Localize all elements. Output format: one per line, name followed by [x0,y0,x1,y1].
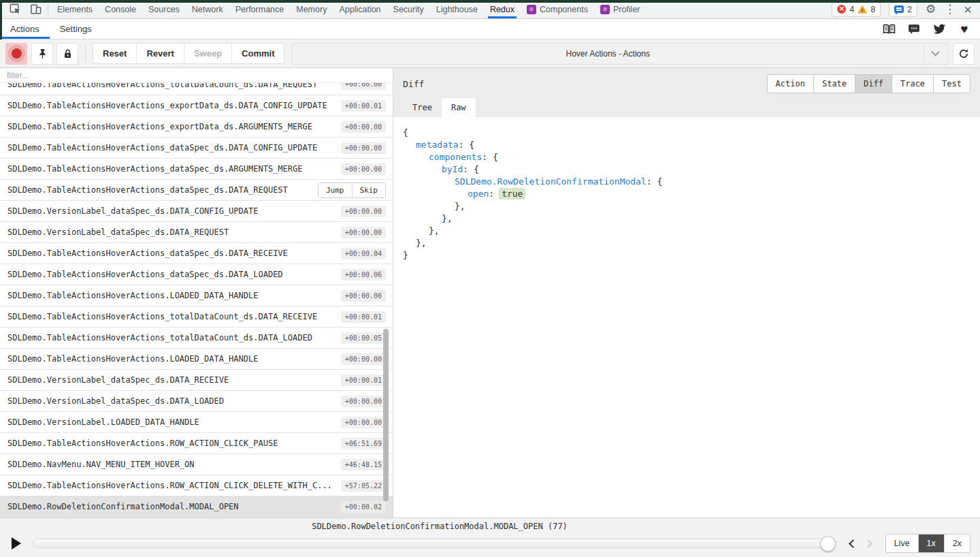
action-elapsed-time: +00:00.01 [341,375,386,386]
timeline-slider-thumb[interactable] [820,536,836,552]
devtools-tab[interactable]: Performance [229,0,291,18]
action-name: SDLDemo.VersionLabel.LOADED_DATA_HANDLE [7,417,199,427]
devtools-tab-label: Security [393,5,424,14]
action-list-item[interactable]: SDLDemo.TableActionsHoverActions_dataSpe… [0,264,393,285]
json-line: open:true [403,188,970,200]
divider [924,44,924,64]
pin-icon [37,48,48,59]
action-name: SDLDemo.TableActionsHoverActions_exportD… [7,101,327,110]
inspector-mode-button[interactable]: State [814,75,855,93]
action-list-item[interactable]: SDLDemo.TableActionsHoverActions.LOADED_… [0,285,393,306]
diff-view-tab[interactable]: Tree [403,98,442,117]
redux-subtab[interactable]: Actions [0,19,50,39]
actions-list-scrollbar[interactable] [383,329,389,501]
inspector-mode-button[interactable]: Test [934,75,970,93]
action-list-item[interactable]: SDLDemo.TableActionsHoverActions.ROW_ACT… [0,433,393,454]
playback-speed-button[interactable]: 2x [945,535,970,552]
devtools-tab[interactable]: Network [186,0,229,18]
timeline-slider[interactable] [33,539,835,548]
redux-subtab[interactable]: Settings [50,19,102,39]
action-list-item[interactable]: SDLDemo.VersionLabel_dataSpec_ds.DATA_RE… [0,370,393,391]
playback-speed-button[interactable]: 1x [919,535,945,552]
devtools-tab-label: Components [540,5,588,14]
devtools-tab[interactable]: ⚛ Components [521,0,594,18]
action-list-item[interactable]: SDLDemo.TableActionsHoverActions_exportD… [0,116,393,138]
action-list-item[interactable]: SDLDemo.TableActionsHoverActions.ROW_ACT… [0,475,393,496]
devtools-tab[interactable]: Redux [484,0,521,18]
action-elapsed-time: +00:00.00 [341,227,386,238]
action-list-item[interactable]: SDLDemo.VersionLabel_dataSpec_ds.DATA_CO… [0,201,393,222]
json-key: SDLDemo.RowDeletionConfirmationModal [455,176,647,187]
action-elapsed-time: +00:00.02 [341,501,386,513]
action-name: SDLDemo.TableActionsHoverActions_totalDa… [7,83,317,89]
record-toggle-button[interactable] [5,43,27,65]
filter-input[interactable] [0,68,393,82]
feedback-chat-icon[interactable] [907,22,921,36]
skip-button[interactable]: Skip [353,183,386,197]
devtools-tab[interactable]: Application [333,0,387,18]
play-button[interactable] [8,535,24,552]
devtools-tab[interactable]: Lighthouse [430,0,484,18]
action-list-item[interactable]: SDLDemo.VersionLabel_dataSpec_ds.DATA_RE… [0,222,393,243]
action-list-item[interactable]: SDLDemo.NavMenu.NAV_MENU_ITEM_HOVER_ON +… [0,454,393,475]
action-list-item[interactable]: SDLDemo.TableActionsHoverActions_dataSpe… [0,243,393,264]
action-list-item[interactable]: SDLDemo.TableActionsHoverActions_totalDa… [0,306,393,328]
json-line: metadata: { [403,139,970,151]
record-icon [12,48,22,59]
action-list-item[interactable]: SDLDemo.TableActionsHoverActions_totalDa… [0,83,393,95]
heart-icon[interactable]: ♥ [958,22,971,36]
action-list-item[interactable]: SDLDemo.TableActionsHoverActions_dataSpe… [0,180,393,201]
inspect-element-icon[interactable] [8,3,22,16]
twitter-icon[interactable] [932,22,946,36]
reload-instances-button[interactable] [953,43,975,65]
devtools-tab[interactable]: Console [99,0,142,18]
pin-button[interactable] [31,43,53,65]
sweep-button: Sweep [184,44,232,63]
close-icon[interactable]: × [964,3,972,16]
divider [85,45,86,63]
current-action-label: SDLDemo.RowDeletionConfirmationModal.MOD… [27,522,852,531]
kebab-menu-icon[interactable]: ⋮ [944,3,956,15]
playback-speed-buttons: Live1x2x [885,534,970,553]
action-list-item[interactable]: SDLDemo.TableActionsHoverActions_dataSpe… [0,138,393,159]
devtools-tab[interactable]: Elements [51,0,99,18]
devtools-tab[interactable]: Security [387,0,430,18]
action-list-item[interactable]: SDLDemo.VersionLabel_dataSpec_ds.DATA_LO… [0,391,393,412]
console-errors-warnings-badge[interactable]: ✕ 4 ! 8 [832,2,881,17]
action-elapsed-time: +00:00.06 [341,269,386,281]
json-line: }, [403,212,970,225]
action-name: SDLDemo.TableActionsHoverActions_dataSpe… [7,270,283,279]
action-list-item[interactable]: SDLDemo.VersionLabel.LOADED_DATA_HANDLE … [0,412,393,433]
instance-selector[interactable]: Hover Actions - Actions [291,43,949,65]
issues-badge[interactable]: 2 [889,2,917,17]
jump-button[interactable]: Jump [318,183,353,197]
page-top-edge [0,0,980,3]
device-toolbar-icon[interactable] [29,3,42,16]
devtools-tab[interactable]: Sources [142,0,186,18]
action-elapsed-time: +06:51.69 [341,438,386,449]
action-name: SDLDemo.RowDeletionConfirmationModal.MOD… [7,502,239,511]
step-back-button[interactable] [846,536,861,551]
action-list-item[interactable]: SDLDemo.TableActionsHoverActions_totalDa… [0,328,393,349]
action-list-item[interactable]: SDLDemo.TableActionsHoverActions_dataSpe… [0,159,393,180]
inspector-mode-button[interactable]: Trace [892,75,934,93]
commit-button[interactable]: Commit [232,44,284,63]
devtools-tab[interactable]: ⚛ Profiler [594,0,647,18]
devtools-tab[interactable]: Memory [290,0,333,18]
revert-button[interactable]: Revert [137,44,184,63]
step-forward-button[interactable] [861,536,876,551]
action-list-item[interactable]: SDLDemo.TableActionsHoverActions.LOADED_… [0,349,393,370]
action-elapsed-time: +00:00.00 [341,396,386,407]
reset-button[interactable]: Reset [93,44,137,63]
redux-subbar: Actions Settings ♥ [0,19,980,39]
inspector-mode-button[interactable]: Diff [855,75,892,93]
docs-book-icon[interactable] [882,22,896,36]
playback-speed-button[interactable]: Live [886,535,919,552]
diff-view-tab[interactable]: Raw [442,98,476,117]
inspector-mode-button[interactable]: Action [768,75,814,93]
settings-gear-icon[interactable]: ⚙ [926,3,936,15]
action-list-item[interactable]: SDLDemo.RowDeletionConfirmationModal.MOD… [0,496,393,518]
lock-button[interactable] [56,43,78,65]
action-list-item[interactable]: SDLDemo.TableActionsHoverActions_exportD… [0,95,393,116]
json-line: components: { [403,151,970,163]
